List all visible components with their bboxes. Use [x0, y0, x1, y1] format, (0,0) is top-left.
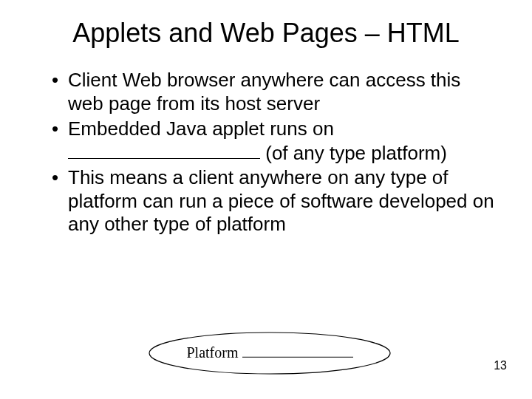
slide: Applets and Web Pages – HTML Client Web …	[0, 0, 532, 399]
callout-label: Platform	[187, 344, 242, 361]
list-item: Client Web browser anywhere can access t…	[52, 69, 495, 115]
bullet-text: Client Web browser anywhere can access t…	[68, 69, 460, 115]
list-item: This means a client anywhere on any type…	[52, 166, 495, 236]
bullet-text: This means a client anywhere on any type…	[68, 166, 494, 235]
bullet-text-post: (of any type platform)	[260, 141, 447, 163]
bullet-list: Client Web browser anywhere can access t…	[37, 69, 495, 236]
page-number: 13	[494, 359, 507, 372]
callout-text: Platform	[148, 344, 392, 361]
slide-title: Applets and Web Pages – HTML	[37, 18, 495, 48]
fill-in-blank	[68, 141, 260, 160]
callout: Platform	[148, 331, 392, 375]
fill-in-blank	[242, 344, 353, 358]
bullet-text-pre: Embedded Java applet runs on	[68, 117, 334, 140]
list-item: Embedded Java applet runs on (of any typ…	[52, 117, 495, 165]
